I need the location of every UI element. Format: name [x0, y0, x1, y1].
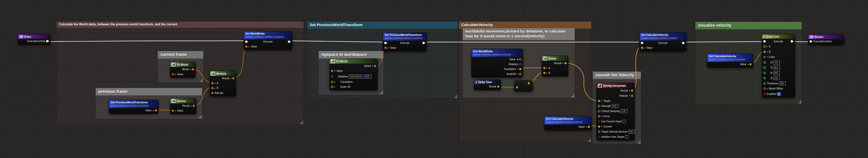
node-title-bar[interactable]: ƒDelta Time: [474, 80, 501, 84]
checkbox-unchecked[interactable]: [622, 120, 626, 123]
value-field[interactable]: 3.0: [779, 82, 786, 85]
node-divide-pin-result-out[interactable]: [564, 62, 567, 64]
pin-expand-icon[interactable]: ▸: [547, 67, 548, 69]
pin-expand-icon[interactable]: ▸: [215, 82, 216, 84]
node-set-previousworldtransform[interactable]: Set PreviousWorldTransformDefault 0.0000…: [383, 32, 427, 51]
node-spring-interpolate-pin-force-in[interactable]: [598, 115, 600, 117]
node-set-calculatevelocity-pin-value-in[interactable]: [641, 47, 643, 49]
node-to-world-rigspace-pin-scale-3d-in[interactable]: [331, 86, 333, 88]
node-draw-line-pin-g-in[interactable]: [764, 67, 766, 69]
comment-resize-handle[interactable]: [198, 115, 202, 119]
node-inverse-pin-value-in[interactable]: [172, 109, 174, 112]
node-to-world-rigspace-pin-rotation-in[interactable]: [331, 75, 333, 78]
pin-label[interactable]: Add pin: [215, 91, 223, 95]
node-spring-interpolate-pin-initialize-from-target-in[interactable]: [598, 136, 600, 138]
pin-expand-icon[interactable]: ◀: [517, 58, 518, 60]
node-to-world-current-pin-value-in[interactable]: [172, 73, 174, 75]
comment-title-bar[interactable]: visualize velocity: [695, 22, 802, 29]
node-title-bar[interactable]: Return: [808, 35, 844, 39]
node-draw-line-pin-color-in[interactable]: [764, 56, 766, 58]
node-get-previousworldtransform[interactable]: Get PreviousWorldTransformDefault 0.0000…: [109, 100, 159, 114]
node-inverse[interactable]: InverseResult◂▸Value: [170, 98, 196, 114]
node-get-calculatevelocity-2[interactable]: Get CalculateVelocityDefault 0.000000,0.…: [707, 54, 753, 68]
comment-title-bar[interactable]: previous frame: [96, 88, 202, 96]
value-field[interactable]: 1.0: [773, 60, 780, 64]
pin-expand-icon[interactable]: ◂: [562, 62, 563, 64]
value-field[interactable]: 0.0: [628, 130, 635, 134]
node-draw-line-pin-execute-in[interactable]: [764, 40, 766, 43]
node-spring-interpolate-pin-current-in[interactable]: [598, 126, 600, 128]
value-field[interactable]: 0.0: [774, 65, 780, 70]
node-spring-interpolate-pin-target-velocity-amount-in[interactable]: [598, 131, 600, 133]
checkbox-unchecked[interactable]: [625, 135, 628, 138]
node-delta-time[interactable]: ƒDelta TimeResult: [474, 80, 501, 90]
pin-expand-icon[interactable]: ▸: [644, 47, 645, 49]
value-field[interactable]: -0.0: [348, 75, 355, 78]
node-get-worlddelta[interactable]: Get WorldDeltaDefault 0.000000,0.000000,…: [471, 49, 523, 77]
comment-resize-handle[interactable]: [798, 100, 802, 104]
node-multiply[interactable]: MultiplyResult◂▸A▸B⊕Add pin: [210, 71, 236, 97]
node-spring-interpolate-pin-use-current-input-in[interactable]: [598, 120, 600, 123]
node-to-world-rigspace[interactable]: To WorldWorld◂▾ValueRotation-0.00.00.0▸T…: [330, 58, 378, 90]
node-title-bar[interactable]: Get CalculateVelocityDefault 0.000000,0.…: [545, 116, 591, 124]
node-set-worlddelta[interactable]: Set WorldDeltaDefault 0.000000,0.000000,…: [244, 31, 292, 50]
value-field[interactable]: 0.0: [356, 75, 364, 78]
node-title-bar[interactable]: Get WorldDeltaDefault 0.000000,0.000000,…: [472, 49, 523, 57]
node-draw-line-pin-execute-out[interactable]: [791, 40, 794, 43]
node-draw-line-pin-r-in[interactable]: [764, 61, 766, 63]
pin-expand-icon[interactable]: ▸: [547, 72, 548, 74]
node-draw-line-pin-world-offset-in[interactable]: [764, 87, 766, 90]
node-set-worlddelta-pin-execute-out[interactable]: [288, 40, 291, 43]
comment-title-bar[interactable]: current frame: [158, 51, 203, 58]
node-multiply-pin-b-in[interactable]: [211, 87, 214, 89]
value-field[interactable]: 4.0: [612, 104, 618, 108]
pin-expand-icon[interactable]: ▸: [175, 73, 176, 75]
pin-expand-icon[interactable]: ▸: [601, 115, 602, 117]
comment-title-bar[interactable]: Set PreviousWorldTransform: [307, 22, 458, 29]
node-spring-interpolate-pin-result-out[interactable]: [631, 89, 633, 92]
node-title-bar[interactable]: Set CalculateVelocityDefault 0.000000,0.…: [640, 32, 686, 41]
node-spring-interpolate-pin-velocity-out[interactable]: [631, 95, 633, 97]
node-set-calculatevelocity[interactable]: Set CalculateVelocityDefault 0.000000,0.…: [639, 32, 686, 51]
node-multiply-pin-a-in[interactable]: [211, 82, 214, 84]
pin-expand-icon[interactable]: ◂: [517, 73, 518, 75]
node-set-previousworldtransform-pin-value-in[interactable]: [384, 47, 387, 49]
node-title-bar[interactable]: Set WorldDeltaDefault 0.000000,0.000000,…: [244, 31, 292, 39]
pin-expand-icon[interactable]: ▾: [767, 56, 768, 58]
comment-title-bar[interactable]: worlddelta movement,divided by deltatime…: [463, 28, 575, 40]
node-set-calculatevelocity-pin-execute-in[interactable]: [641, 42, 644, 44]
node-to-world-current-pin-world-out[interactable]: [192, 68, 194, 71]
node-get-calculatevelocity-2-pin-value-out[interactable]: [749, 63, 752, 65]
node-set-previousworldtransform-pin-execute-out[interactable]: [423, 42, 425, 44]
pin-expand-icon[interactable]: ◂: [230, 77, 231, 80]
comment-resize-handle[interactable]: [300, 121, 303, 124]
node-draw-line-pin-a-in[interactable]: [764, 77, 766, 79]
node-return-pin-executecontext-in[interactable]: [810, 40, 812, 43]
node-to-world-rigspace-pin-world-out[interactable]: [374, 65, 376, 67]
node-title-bar[interactable]: Get PreviousWorldTransformDefault 0.0000…: [109, 100, 158, 108]
node-draw-line-pin-thickness-in[interactable]: [764, 82, 766, 85]
node-spring-interpolate-pin-target-in[interactable]: [598, 100, 600, 102]
node-get-calculatevelocity-1-pin-value-out[interactable]: [588, 126, 590, 128]
pin-expand-icon[interactable]: ◂: [153, 109, 154, 111]
node-title-bar[interactable]: To World: [170, 62, 195, 67]
value-field[interactable]: 0.0: [773, 71, 780, 75]
node-get-previousworldtransform-pin-value-out[interactable]: [155, 109, 157, 111]
comment-resize-handle[interactable]: [200, 79, 203, 82]
node-draw-line-pin-a-in[interactable]: [764, 45, 766, 48]
node-title-bar[interactable]: Spring Interpolate: [597, 83, 634, 88]
pin-expand-icon[interactable]: ▸: [175, 110, 176, 112]
pin-expand-icon[interactable]: ▸: [601, 100, 602, 102]
pin-expand-icon[interactable]: ▸: [249, 46, 250, 48]
add-pin-icon[interactable]: ⊕: [211, 91, 214, 95]
node-draw-line-pin-enabled-in[interactable]: [764, 93, 766, 95]
pin-expand-icon[interactable]: ▸: [334, 81, 335, 83]
node-draw-line-pin-b-in[interactable]: [764, 51, 766, 53]
node-multiply-pin-result-out[interactable]: [232, 77, 235, 80]
pin-expand-icon[interactable]: ▸: [601, 126, 602, 128]
node-divide[interactable]: DivideResult◂▸A▸B: [542, 56, 568, 76]
node-set-previousworldtransform-pin-execute-in[interactable]: [384, 42, 387, 44]
comment-resize-handle[interactable]: [380, 91, 383, 95]
node-title-bar[interactable]: Divide: [542, 56, 568, 61]
node-title-bar[interactable]: ƒDraw Line: [762, 34, 795, 39]
